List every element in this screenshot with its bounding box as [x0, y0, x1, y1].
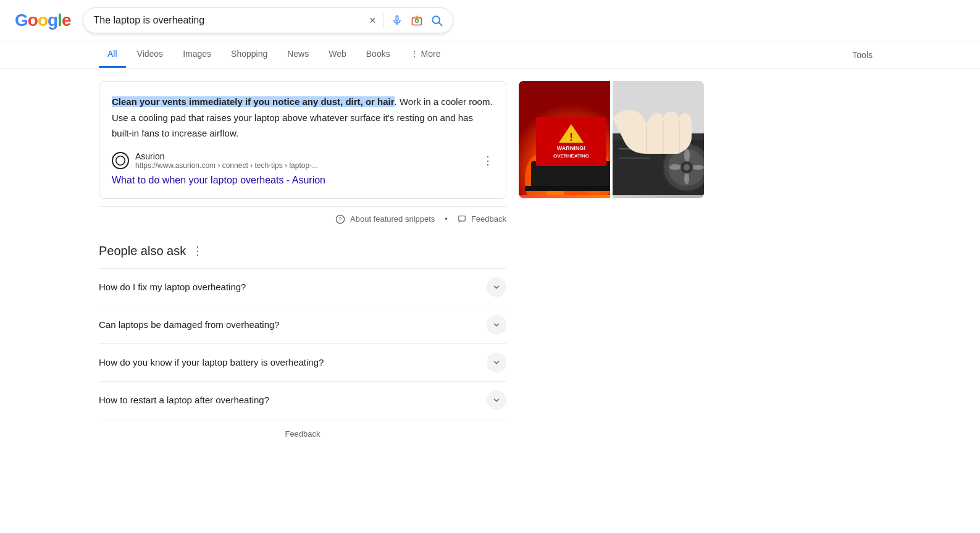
- paa-item-1[interactable]: How do I fix my laptop overheating?: [99, 268, 506, 306]
- images-panel: ! WARNING! OVERHEATING: [519, 81, 704, 198]
- source-link[interactable]: What to do when your laptop overheats - …: [112, 175, 493, 186]
- search-bar: ×: [83, 7, 453, 33]
- paa-header: People also ask ⋮: [99, 244, 506, 258]
- search-input[interactable]: [93, 15, 364, 26]
- tab-videos[interactable]: Videos: [128, 41, 172, 68]
- svg-point-31: [684, 164, 690, 170]
- about-snippets-link[interactable]: ? About featured snippets: [335, 214, 435, 224]
- tab-all[interactable]: All: [99, 41, 126, 68]
- tab-news[interactable]: News: [279, 41, 317, 68]
- svg-rect-7: [459, 216, 466, 220]
- svg-rect-16: [525, 186, 610, 191]
- paa-item-2[interactable]: Can laptops be damaged from overheating?: [99, 306, 506, 343]
- paa-chevron-4: [487, 390, 506, 410]
- microphone-icon[interactable]: [391, 14, 403, 27]
- paa-item-4[interactable]: How to restart a laptop after overheatin…: [99, 381, 506, 419]
- svg-text:WARNING!: WARNING!: [557, 145, 586, 151]
- about-feedback-link[interactable]: Feedback: [458, 214, 506, 224]
- source-url: https://www.asurion.com › connect › tech…: [135, 161, 476, 170]
- search-bar-icons: ×: [369, 13, 443, 28]
- paa-menu-icon[interactable]: ⋮: [192, 244, 203, 258]
- nav-tabs: All Videos Images Shopping News Web Book…: [0, 41, 980, 69]
- svg-text:!: !: [569, 131, 573, 143]
- header: Google ×: [0, 0, 980, 41]
- people-also-ask-section: People also ask ⋮ How do I fix my laptop…: [99, 244, 506, 419]
- paa-chevron-3: [487, 353, 506, 372]
- google-logo[interactable]: Google: [15, 10, 70, 30]
- svg-point-4: [116, 156, 125, 164]
- results-right: ! WARNING! OVERHEATING: [519, 81, 704, 448]
- snippet-text: Clean your vents immediately if you noti…: [112, 94, 493, 141]
- divider: [383, 13, 383, 28]
- svg-text:?: ?: [339, 216, 342, 222]
- tab-images[interactable]: Images: [174, 41, 220, 68]
- tab-more[interactable]: ⋮ More: [401, 41, 450, 68]
- image-laptop-fan[interactable]: [613, 81, 704, 198]
- paa-question-3: How do you know if your laptop battery i…: [99, 357, 324, 367]
- snippet-highlight: Clean your vents immediately if you noti…: [112, 96, 395, 107]
- more-options-icon[interactable]: ⋮: [482, 154, 493, 167]
- results-left: Clean your vents immediately if you noti…: [99, 81, 506, 448]
- svg-text:OVERHEATING: OVERHEATING: [553, 153, 589, 159]
- source-info: Asurion https://www.asurion.com › connec…: [135, 151, 476, 170]
- camera-icon[interactable]: [411, 14, 423, 27]
- paa-item-3[interactable]: How do you know if your laptop battery i…: [99, 343, 506, 381]
- paa-question-2: Can laptops be damaged from overheating?: [99, 319, 280, 330]
- paa-question-1: How do I fix my laptop overheating?: [99, 282, 246, 292]
- bottom-feedback-link[interactable]: Feedback: [99, 419, 506, 448]
- source-name: Asurion: [135, 151, 476, 161]
- bullet-separator: •: [445, 214, 448, 224]
- svg-point-0: [416, 19, 419, 22]
- source-logo: [112, 152, 129, 169]
- search-submit-icon[interactable]: [430, 14, 443, 27]
- source-row: Asurion https://www.asurion.com › connec…: [112, 151, 493, 170]
- tab-books[interactable]: Books: [358, 41, 399, 68]
- image-overheating-laptop[interactable]: ! WARNING! OVERHEATING: [519, 81, 610, 198]
- tab-web[interactable]: Web: [320, 41, 355, 68]
- svg-line-3: [439, 23, 442, 26]
- main-content: Clean your vents immediately if you noti…: [0, 69, 980, 448]
- clear-button[interactable]: ×: [369, 14, 376, 27]
- about-snippets-row: ? About featured snippets • Feedback: [99, 206, 506, 232]
- paa-chevron-1: [487, 277, 506, 297]
- paa-title: People also ask: [99, 244, 186, 258]
- tab-shopping[interactable]: Shopping: [222, 41, 276, 68]
- tools-button[interactable]: Tools: [844, 43, 881, 67]
- featured-snippet: Clean your vents immediately if you noti…: [99, 81, 506, 199]
- paa-chevron-2: [487, 315, 506, 335]
- paa-question-4: How to restart a laptop after overheatin…: [99, 395, 269, 405]
